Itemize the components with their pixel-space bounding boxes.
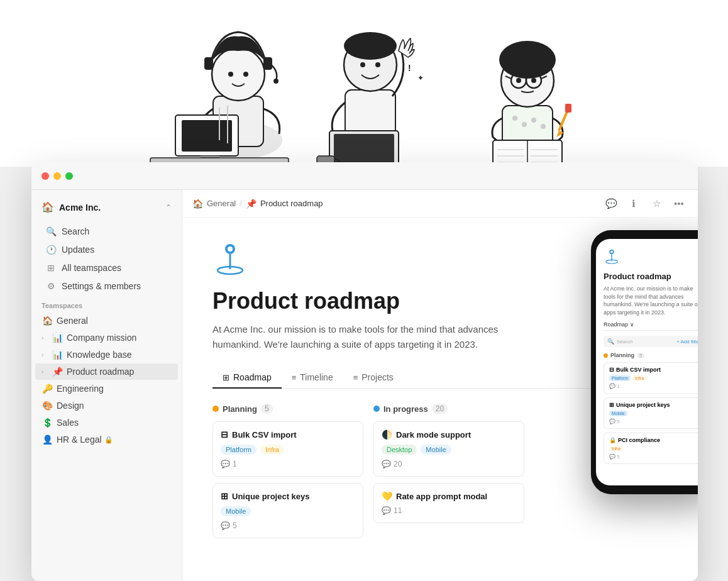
tag-infra: Infra — [260, 445, 284, 455]
breadcrumb: 🏠 General / 📌 Product roadmap — [192, 199, 602, 209]
phone-add-filter: + Add filter — [676, 339, 698, 345]
nav-item-updates[interactable]: 🕐 Updates — [35, 241, 178, 258]
sidebar-hr-legal-label: HR & Legal — [57, 434, 102, 445]
phone-mockup: Product roadmap At Acme Inc. our mission… — [591, 230, 698, 494]
window-dot-minimize[interactable] — [53, 172, 61, 180]
phone-tag-platform: Platform — [609, 375, 631, 381]
tag-mobile-1: Mobile — [221, 506, 251, 516]
phone-card-1-icon: ⊟ — [609, 367, 614, 373]
phone-tag-infra-2: Infra — [609, 446, 623, 451]
sidebar-item-engineering[interactable]: 🔑 Engineering — [35, 380, 178, 397]
projects-tab-icon: ≡ — [353, 373, 358, 382]
sidebar-item-knowledge-base[interactable]: › 📊 Knowledge base — [35, 346, 178, 363]
tab-timeline[interactable]: ≡ Timeline — [282, 367, 343, 389]
nav-settings-label: Settings & members — [62, 281, 141, 291]
tab-projects[interactable]: ≡ Projects — [343, 367, 404, 389]
in-progress-title: In progress — [383, 404, 428, 414]
in-progress-count: 20 — [432, 404, 448, 414]
hr-legal-icon: 👤 — [41, 434, 53, 445]
nav-item-teamspaces[interactable]: ⊞ All teamspaces — [35, 259, 178, 277]
comment-icon-3: 💬 — [382, 460, 391, 468]
svg-rect-5 — [204, 57, 213, 70]
teamspaces-icon: ⊞ — [45, 262, 57, 274]
svg-point-17 — [360, 62, 365, 67]
title-bar — [31, 162, 698, 190]
phone-search[interactable]: 🔍 Search + Add filter — [604, 336, 698, 347]
card-unique-keys[interactable]: ⊞ Unique project keys Mobile 💬 5 — [212, 483, 363, 538]
comment-button[interactable]: 💬 — [602, 195, 620, 213]
breadcrumb-home-icon: 🏠 — [192, 199, 203, 209]
phone-planning-count: 5 — [637, 353, 644, 358]
workspace-header[interactable]: 🏠 Acme Inc. ⌃ — [31, 197, 182, 218]
breadcrumb-home-label: General — [207, 199, 236, 208]
phone-card-1-tags: Platform Infra — [609, 375, 698, 381]
rate-app-icon: 💛 — [382, 491, 392, 501]
nav-updates-label: Updates — [62, 245, 94, 255]
phone-tag-infra: Infra — [632, 375, 646, 381]
phone-planning-dot — [604, 353, 608, 358]
hero-svg: ! ✦ — [113, 2, 615, 165]
bulk-csv-tags: Platform Infra — [221, 445, 355, 455]
nav-item-settings[interactable]: ⚙ Settings & members — [35, 277, 178, 295]
nav-search-label: Search — [62, 226, 89, 236]
engineering-icon: 🔑 — [41, 383, 53, 394]
phone-card-3-tags: Infra — [609, 446, 698, 451]
workspace-icon: 🏠 — [41, 201, 54, 214]
svg-point-39 — [531, 78, 536, 83]
nav-item-search[interactable]: 🔍 Search — [35, 223, 178, 240]
sidebar-item-company-mission[interactable]: › 📊 Company mission — [35, 329, 178, 346]
tab-roadmap[interactable]: ⊞ Roadmap — [212, 367, 282, 389]
phone-desc: At Acme Inc. our mission is to make tool… — [604, 285, 698, 316]
sidebar-item-general[interactable]: 🏠 General — [35, 313, 178, 329]
card-rate-app[interactable]: 💛 Rate app prompt modal 💬 11 — [373, 483, 524, 523]
content-area: 🏠 General / 📌 Product roadmap 💬 ℹ ☆ ••• — [182, 190, 698, 581]
bulk-csv-title: ⊟ Bulk CSV import — [221, 429, 355, 440]
board-column-in-progress: In progress 20 🌓 Dark mode support Deskt… — [373, 404, 524, 545]
phone-title: Product roadmap — [604, 272, 698, 281]
card-bulk-csv[interactable]: ⊟ Bulk CSV import Platform Infra 💬 1 — [212, 421, 363, 477]
phone-tag-mobile: Mobile — [609, 411, 627, 416]
sidebar-item-design[interactable]: 🎨 Design — [35, 397, 178, 414]
phone-card-2-meta: 💬 5 — [609, 419, 698, 424]
projects-tab-label: Projects — [361, 372, 394, 382]
unique-keys-comment-count: 5 — [233, 521, 237, 530]
phone-card-3-meta: 💬 5 — [609, 454, 698, 460]
window-dot-close[interactable] — [41, 172, 49, 180]
comment-icon-4: 💬 — [382, 506, 391, 515]
svg-text:✦: ✦ — [417, 74, 424, 82]
rate-app-comment-count: 11 — [394, 506, 402, 515]
header-actions: 💬 ℹ ☆ ••• — [602, 195, 688, 213]
window-dot-maximize[interactable] — [65, 172, 73, 180]
teamspaces-section-label: Teamspaces — [31, 296, 182, 312]
more-button[interactable]: ••• — [670, 195, 688, 213]
page-content: Product roadmap At Acme Inc. our mission… — [182, 218, 698, 581]
rate-app-title: 💛 Rate app prompt modal — [382, 491, 516, 501]
design-icon: 🎨 — [41, 400, 53, 411]
svg-point-38 — [516, 78, 521, 83]
dark-mode-title: 🌓 Dark mode support — [382, 429, 516, 440]
svg-point-28 — [531, 118, 536, 123]
phone-card-3[interactable]: 🔒 PCI compliance Infra 💬 5 — [604, 433, 698, 464]
general-icon: 🏠 — [41, 315, 53, 326]
info-button[interactable]: ℹ — [625, 195, 643, 213]
sidebar-item-product-roadmap[interactable]: › 📌 Product roadmap — [35, 363, 178, 380]
sidebar-design-label: Design — [57, 401, 84, 411]
unique-keys-meta: 💬 5 — [221, 521, 355, 530]
phone-card-1-title: ⊟ Bulk CSV import — [609, 367, 698, 373]
phone-card-2[interactable]: ⊞ Unique project keys Mobile 💬 5 — [604, 397, 698, 429]
sidebar-item-hr-legal[interactable]: 👤 HR & Legal 🔒 — [35, 431, 178, 448]
svg-rect-51 — [565, 104, 571, 113]
breadcrumb-separator: / — [240, 199, 242, 208]
svg-point-3 — [228, 72, 233, 77]
svg-point-7 — [273, 79, 279, 84]
sidebar-item-sales[interactable]: 💲 Sales — [35, 414, 178, 431]
card-dark-mode[interactable]: 🌓 Dark mode support Desktop Mobile 💬 20 — [373, 421, 524, 477]
nav-teamspaces-label: All teamspaces — [62, 263, 121, 273]
sidebar-company-mission-label: Company mission — [67, 333, 136, 343]
star-button[interactable]: ☆ — [648, 195, 665, 213]
sidebar-product-roadmap-label: Product roadmap — [67, 367, 134, 377]
board-column-planning: Planning 5 ⊟ Bulk CSV import Platform — [212, 404, 363, 545]
phone-card-1[interactable]: ⊟ Bulk CSV import Platform Infra 💬 1 — [604, 362, 698, 394]
company-mission-chevron-icon: › — [41, 335, 49, 341]
phone-card-3-title: 🔒 PCI compliance — [609, 437, 698, 443]
